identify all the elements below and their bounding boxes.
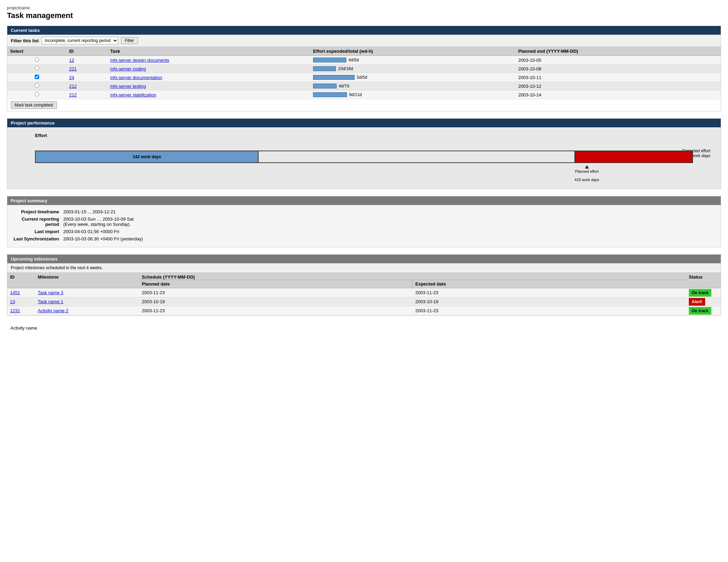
upcoming-milestones-section: Upcoming milestones Project milestones s… <box>7 254 721 316</box>
task-end-1: 2003-10-08 <box>515 65 721 73</box>
task-id-4[interactable]: 212 <box>66 91 107 99</box>
m-status-1: Alert! <box>686 297 721 306</box>
summary-label-0: Project timeframe <box>14 209 62 216</box>
m-name-1[interactable]: Task name 1 <box>35 297 139 306</box>
m-name-0[interactable]: Task name 3 <box>35 288 139 297</box>
activity-name-field: Activity name <box>7 323 721 333</box>
overrun-bar <box>574 151 693 163</box>
upcoming-milestones-header: Upcoming milestones <box>7 255 721 263</box>
task-select-4[interactable] <box>7 91 66 99</box>
m-expected-2: 2003-11-23 <box>413 306 686 315</box>
task-effort-3: 4d/7d <box>310 82 515 91</box>
task-id-2[interactable]: 24 <box>66 73 107 82</box>
project-performance-header: Project performance <box>7 119 721 127</box>
task-effort-1: 10d/18d <box>310 65 515 73</box>
filter-button[interactable]: Filter <box>121 37 138 44</box>
summary-value-3: 2003-10-03 06:30 +0400 Fri (yesterday) <box>63 236 143 243</box>
project-summary-header: Project summary <box>7 196 721 205</box>
m-id-1[interactable]: 13 <box>7 297 35 306</box>
task-id-1[interactable]: 221 <box>66 65 107 73</box>
summary-table: Project timeframe 2003-01-15 ... 2003-12… <box>13 208 144 244</box>
task-checkbox-2[interactable] <box>35 75 39 79</box>
col-task: Task <box>107 47 310 56</box>
performance-body: Effort Expected effort 501 work days 142… <box>7 127 721 189</box>
task-select-1[interactable] <box>7 65 66 73</box>
task-select-3[interactable] <box>7 82 66 91</box>
m-status-2: On track <box>686 306 721 315</box>
summary-label-1: Current reportingperiod <box>14 216 62 228</box>
col-effort: Effort expended/total (wd-h) <box>310 47 515 56</box>
m-name-2[interactable]: Activity name 2 <box>35 306 139 315</box>
summary-label-2: Last import <box>14 229 62 236</box>
task-radio-3[interactable] <box>35 83 39 88</box>
project-performance-section: Project performance Effort Expected effo… <box>7 118 721 189</box>
m-status-0: On track <box>686 288 721 297</box>
col-planned-end: Planned end (YYYY-MM-DD) <box>515 47 721 56</box>
summary-value-0: 2003-01-15 ... 2003-12-21 <box>63 209 143 216</box>
task-effort-2: 5d/5d <box>310 73 515 82</box>
project-summary-section: Project summary Project timeframe 2003-0… <box>7 196 721 247</box>
task-name-3[interactable]: mfx-server testing <box>107 82 310 91</box>
task-select-0[interactable] <box>7 56 66 65</box>
planned-marker: Planned effort 410 work days <box>574 165 599 182</box>
m-planned-1: 2003-10-19 <box>139 297 413 306</box>
summary-body: Project timeframe 2003-01-15 ... 2003-12… <box>7 205 721 247</box>
task-id-3[interactable]: 212 <box>66 82 107 91</box>
m-planned-0: 2003-11-23 <box>139 288 413 297</box>
milestones-table: ID Milestone Schedule (YYYY-MM-DD) Plann… <box>7 273 721 315</box>
col-m-schedule: Schedule (YYYY-MM-DD) Planned date Expec… <box>139 273 686 288</box>
task-effort-0: 4d/5d <box>310 56 515 65</box>
summary-label-3: Last Synchronization <box>14 236 62 243</box>
actual-effort-bar: 142 work days <box>35 151 259 163</box>
mark-button-container: Mark task completed <box>7 99 721 111</box>
effort-label: Effort <box>35 133 714 138</box>
task-effort-4: 9d/11d <box>310 91 515 99</box>
marker-arrow <box>585 165 589 169</box>
col-select: Select <box>7 47 66 56</box>
task-end-4: 2003-10-14 <box>515 91 721 99</box>
m-expected-1: 2003-10-19 <box>413 297 686 306</box>
col-m-milestone: Milestone <box>35 273 139 288</box>
m-id-2[interactable]: 1231 <box>7 306 35 315</box>
perf-chart: Effort Expected effort 501 work days 142… <box>35 133 714 183</box>
mark-task-completed-button[interactable]: Mark task completed <box>11 101 57 109</box>
perf-bars: 142 work days Planned effort 410 work da… <box>35 148 693 169</box>
milestones-note: Project milestones scheduled in the next… <box>7 263 721 273</box>
m-id-0[interactable]: 1451 <box>7 288 35 297</box>
task-radio-1[interactable] <box>35 66 39 70</box>
filter-label: Filter this list <box>11 38 39 43</box>
col-id: ID <box>66 47 107 56</box>
task-end-3: 2003-10-12 <box>515 82 721 91</box>
summary-value-2: 2003-04-03 01:56 +0000 Fri <box>63 229 143 236</box>
m-planned-2: 2003-11-23 <box>139 306 413 315</box>
col-m-status: Status <box>686 273 721 288</box>
task-radio-0[interactable] <box>35 57 39 62</box>
summary-value-1: 2003-10-03 Sun … 2003-10-09 Sat(Every we… <box>63 216 143 228</box>
task-end-0: 2003-10-05 <box>515 56 721 65</box>
project-name: projectname <box>7 6 721 10</box>
page-title: Task management <box>7 11 721 20</box>
task-end-2: 2003-10-11 <box>515 73 721 82</box>
task-name-0[interactable]: mfx-server design documents <box>107 56 310 65</box>
current-tasks-header: Current tasks <box>7 26 721 35</box>
col-m-id: ID <box>7 273 35 288</box>
task-name-4[interactable]: mfx-server stabilization <box>107 91 310 99</box>
task-select-2[interactable] <box>7 73 66 82</box>
task-name-2[interactable]: mfx-server documentation <box>107 73 310 82</box>
m-expected-0: 2003-11-23 <box>413 288 686 297</box>
filter-select[interactable]: Incomplete, current reporting period <box>42 37 118 44</box>
task-radio-4[interactable] <box>35 92 39 96</box>
task-name-1[interactable]: mfx-server coding <box>107 65 310 73</box>
tasks-table: Select ID Task Effort expended/total (wd… <box>7 47 721 99</box>
current-tasks-section: Current tasks Filter this list Incomplet… <box>7 26 721 111</box>
filter-bar: Filter this list Incomplete, current rep… <box>7 35 721 47</box>
task-id-0[interactable]: 12 <box>66 56 107 65</box>
